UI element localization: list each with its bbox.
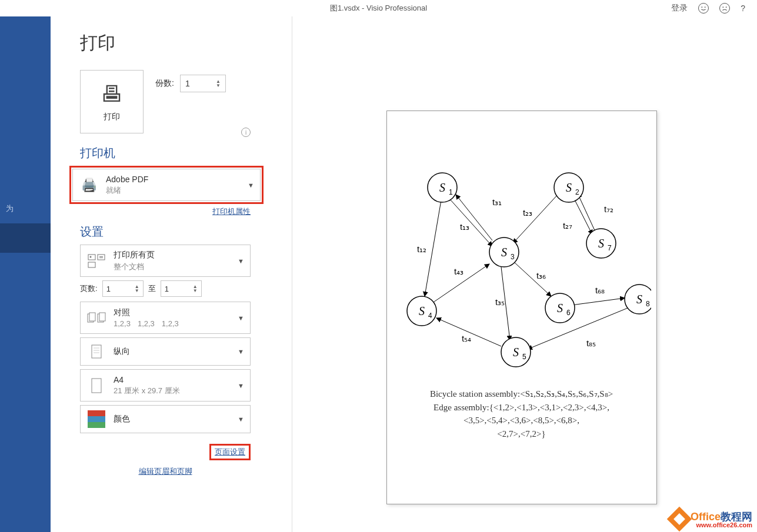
sidebar-item-1[interactable]: 为 <box>0 194 51 223</box>
svg-rect-18 <box>92 379 101 393</box>
page-title: 打印 <box>80 31 286 55</box>
window-title: 图1.vsdx - Visio Professional <box>330 3 427 14</box>
svg-text:S: S <box>566 181 572 194</box>
svg-line-30 <box>528 308 628 349</box>
svg-line-21 <box>456 195 492 240</box>
svg-text:S: S <box>636 293 642 306</box>
svg-text:6: 6 <box>566 309 571 317</box>
page-to-stepper[interactable]: 1 ▲▼ <box>161 280 202 297</box>
print-button[interactable]: 🖶 打印 <box>80 70 144 133</box>
help-button[interactable]: ? <box>741 4 745 13</box>
settings-section-header: 设置 <box>80 224 286 240</box>
chevron-down-icon: ▼ <box>238 348 244 355</box>
svg-text:t₁₂: t₁₂ <box>417 244 426 254</box>
svg-rect-5 <box>98 255 105 260</box>
svg-line-29 <box>572 298 625 305</box>
svg-text:t₃₅: t₃₅ <box>495 297 505 307</box>
svg-line-23 <box>573 196 592 235</box>
backstage-sidebar: 为 <box>0 0 51 532</box>
chevron-down-icon: ▼ <box>238 314 244 322</box>
svg-text:t₆₈: t₆₈ <box>595 285 605 295</box>
svg-rect-9 <box>99 257 103 258</box>
svg-text:t₇₂: t₇₂ <box>604 204 613 214</box>
chevron-down-icon: ▼ <box>238 382 244 389</box>
print-settings-panel: 打印 🖶 打印 份数: 1 ▲▼ i 打印机 🖨️ <box>51 16 286 532</box>
info-icon[interactable]: i <box>241 128 251 137</box>
copies-stepper[interactable]: 1 ▲▼ <box>180 75 226 92</box>
paper-size-selector[interactable]: A4 21 厘米 x 29.7 厘米 ▼ <box>80 369 251 401</box>
pages-range-row: 页数: 1 ▲▼ 至 1 ▲▼ <box>80 280 251 297</box>
svg-text:t₄₃: t₄₃ <box>454 266 463 276</box>
svg-text:S: S <box>557 302 563 314</box>
svg-point-0 <box>702 6 703 8</box>
svg-text:7: 7 <box>608 244 612 252</box>
sidebar-item-active[interactable] <box>0 223 51 253</box>
svg-line-20 <box>450 199 492 246</box>
diagram-graph: S1 S2 S3 S4 S5 S6 S7 S8 t₁₂ t₁₃ t₃₁ t₂₃ <box>392 158 651 370</box>
page-setup-highlight: 页面设置 <box>209 444 251 460</box>
spinner-icon[interactable]: ▲▼ <box>216 79 221 88</box>
panel-divider <box>292 16 292 532</box>
diagram-caption: Bicycle station assembly:<S₁,S₂,S₃,S₄,S₅… <box>387 387 656 440</box>
watermark-logo-icon <box>667 507 692 531</box>
svg-line-19 <box>425 193 442 296</box>
svg-rect-6 <box>88 262 95 267</box>
svg-line-22 <box>513 193 559 243</box>
svg-line-24 <box>578 193 595 232</box>
svg-text:t₃₁: t₃₁ <box>492 197 502 207</box>
print-scope-selector[interactable]: 打印所有页 整个文档 ▼ <box>80 245 251 277</box>
svg-rect-13 <box>99 313 105 321</box>
chevron-down-icon: ▼ <box>238 257 244 265</box>
backstage-main: 打印 🖶 打印 份数: 1 ▲▼ i 打印机 🖨️ <box>51 16 757 532</box>
portrait-icon <box>86 342 106 362</box>
title-bar: 图1.vsdx - Visio Professional 登录 ? <box>0 0 757 16</box>
svg-text:3: 3 <box>511 253 515 261</box>
svg-point-3 <box>726 6 727 8</box>
svg-text:S: S <box>419 305 425 317</box>
svg-text:t₅₄: t₅₄ <box>462 333 471 343</box>
color-icon <box>86 409 106 429</box>
page-icon <box>86 376 106 396</box>
orientation-selector[interactable]: 纵向 ▼ <box>80 337 251 366</box>
svg-rect-4 <box>88 255 95 260</box>
svg-text:8: 8 <box>646 300 650 308</box>
svg-text:S: S <box>439 181 445 194</box>
sad-icon[interactable] <box>719 3 730 14</box>
svg-point-2 <box>723 6 724 8</box>
svg-point-1 <box>705 6 706 8</box>
svg-rect-11 <box>89 313 95 321</box>
copies-label: 份数: <box>155 78 174 89</box>
printer-device-icon: 🖨️ <box>79 175 99 195</box>
printer-section-header: 打印机 <box>80 145 286 161</box>
pages-icon <box>86 251 106 271</box>
header-footer-link[interactable]: 编辑页眉和页脚 <box>139 467 192 476</box>
watermark: Office教程网 www.office26.com <box>671 510 752 528</box>
printer-icon: 🖶 <box>101 82 123 107</box>
page-setup-link[interactable]: 页面设置 <box>215 447 245 456</box>
svg-text:1: 1 <box>449 188 453 196</box>
printer-selector-highlight: 🖨️ Adobe PDF 就绪 ▼ <box>69 166 264 204</box>
chevron-down-icon: ▼ <box>238 416 244 423</box>
svg-point-7 <box>90 256 92 257</box>
page-from-stepper[interactable]: 1 ▲▼ <box>102 280 144 297</box>
svg-text:S: S <box>501 246 507 259</box>
svg-text:4: 4 <box>428 312 432 320</box>
svg-text:S: S <box>598 237 604 250</box>
smile-icon[interactable] <box>698 3 709 14</box>
svg-text:t₈₅: t₈₅ <box>586 338 596 348</box>
color-selector[interactable]: 颜色 ▼ <box>80 405 251 433</box>
collation-selector[interactable]: 对照 1,2,31,2,31,2,3 ▼ <box>80 302 251 334</box>
svg-text:t₁₃: t₁₃ <box>460 222 469 232</box>
collation-icon <box>86 308 106 328</box>
svg-text:t₂₇: t₂₇ <box>563 220 572 230</box>
svg-text:5: 5 <box>522 353 526 361</box>
svg-text:2: 2 <box>575 188 579 196</box>
svg-text:t₂₃: t₂₃ <box>523 208 532 218</box>
printer-selector[interactable]: 🖨️ Adobe PDF 就绪 ▼ <box>72 169 261 201</box>
print-preview-area: S1 S2 S3 S4 S5 S6 S7 S8 t₁₂ t₁₃ t₃₁ t₂₃ <box>286 16 757 532</box>
svg-text:t₃₆: t₃₆ <box>536 270 546 280</box>
svg-text:S: S <box>513 346 519 359</box>
login-link[interactable]: 登录 <box>671 3 688 14</box>
printer-properties-link[interactable]: 打印机属性 <box>212 207 251 216</box>
svg-rect-14 <box>92 345 101 358</box>
